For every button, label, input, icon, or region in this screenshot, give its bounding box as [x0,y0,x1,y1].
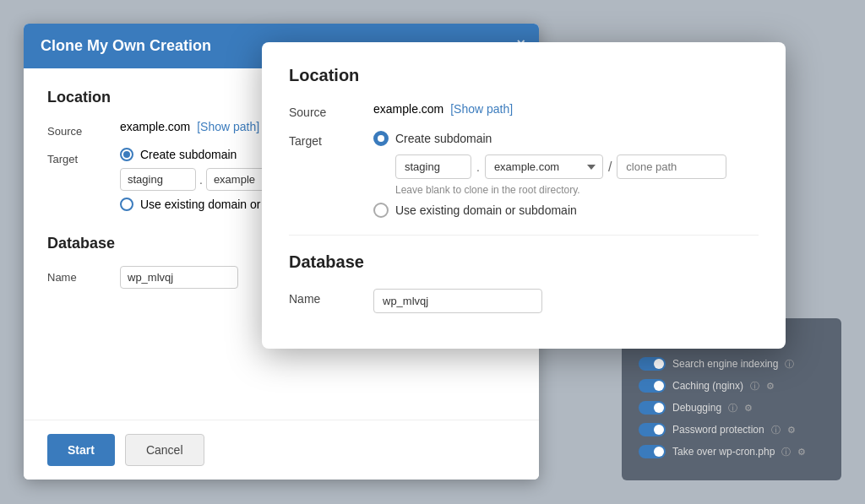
back-target-label: Target [47,148,106,165]
cancel-button[interactable]: Cancel [125,434,204,466]
tool-debugging-settings-icon[interactable]: ⚙ [744,403,753,414]
back-create-subdomain-label: Create subdomain [140,148,237,161]
tool-row-password: Password protection ⓘ ⚙ [639,423,824,436]
front-staging-input[interactable] [395,154,471,179]
tool-caching-info-icon: ⓘ [750,380,759,393]
back-create-subdomain-radio[interactable] [120,148,133,161]
front-name-row: Name [289,289,759,313]
tool-search-label: Search engine indexing [672,358,778,370]
front-modal: Location Source example.com [Show path] … [262,42,786,349]
divider [289,235,759,236]
toggle-debugging[interactable] [639,401,666,415]
front-source-value: example.com [373,102,443,116]
back-source-label: Source [47,120,106,138]
front-target-content: Create subdomain . example.com / Leave b… [373,131,759,218]
front-slash-sep: / [608,160,612,175]
front-location-title: Location [289,66,759,85]
front-target-row: Target Create subdomain . example.com / … [289,131,759,218]
start-button[interactable]: Start [47,434,115,466]
back-db-name-input[interactable] [120,266,238,289]
tool-debugging-info-icon: ⓘ [728,402,737,415]
front-db-name-input[interactable] [373,289,542,313]
toggle-password[interactable] [639,423,666,436]
front-name-content [373,289,759,313]
front-use-existing-row: Use existing domain or subdomain [373,203,759,218]
tool-caching-settings-icon[interactable]: ⚙ [766,381,775,392]
back-source-value: example.com [120,120,190,133]
front-create-subdomain-row: Create subdomain [373,131,759,146]
front-name-label: Name [289,289,356,306]
tool-cron-info-icon: ⓘ [781,446,791,458]
modal-back-footer: Start Cancel [24,420,539,480]
front-hint-text: Leave blank to clone in the root directo… [395,184,759,196]
front-source-content: example.com [Show path] [373,102,759,116]
tool-cron-label: Take over wp-cron.php [672,446,775,458]
front-source-label: Source [289,102,356,119]
tool-row-caching: Caching (nginx) ⓘ ⚙ [639,379,824,393]
front-source-row: Source example.com [Show path] [289,102,759,119]
tool-cron-settings-icon[interactable]: ⚙ [797,447,806,458]
tool-password-info-icon: ⓘ [771,424,781,436]
front-dot-sep: . [476,160,480,174]
front-create-subdomain-radio[interactable] [373,131,389,146]
front-target-label: Target [289,131,356,148]
front-create-subdomain-label: Create subdomain [395,132,492,145]
tool-row-search: Search engine indexing ⓘ [639,357,824,371]
back-name-label: Name [47,266,106,284]
tool-search-info-icon: ⓘ [785,358,794,371]
back-show-path-link[interactable]: [Show path] [197,120,259,133]
toggle-caching[interactable] [639,379,666,393]
back-use-existing-radio[interactable] [120,198,133,211]
front-show-path-link[interactable]: [Show path] [450,102,513,116]
front-clone-path-input[interactable] [617,154,726,179]
front-database-title: Database [289,252,759,272]
tool-password-settings-icon[interactable]: ⚙ [787,425,796,436]
back-dot-sep: . [199,173,203,187]
toggle-search[interactable] [639,357,666,371]
modal-back-title: Clone My Own Creation [41,37,211,54]
tool-row-cron: Take over wp-cron.php ⓘ ⚙ [639,445,824,458]
tool-row-debugging: Debugging ⓘ ⚙ [639,401,824,415]
front-use-existing-label: Use existing domain or subdomain [395,203,577,217]
toggle-cron[interactable] [639,445,666,458]
front-domain-select[interactable]: example.com [485,154,603,179]
back-staging-input[interactable] [120,168,196,191]
front-input-group: . example.com / [395,154,759,179]
tool-debugging-label: Debugging [672,402,721,414]
front-use-existing-radio[interactable] [373,203,389,218]
tool-password-label: Password protection [672,424,764,436]
back-use-existing-label: Use existing domain or [140,198,260,211]
tool-caching-label: Caching (nginx) [672,380,743,392]
